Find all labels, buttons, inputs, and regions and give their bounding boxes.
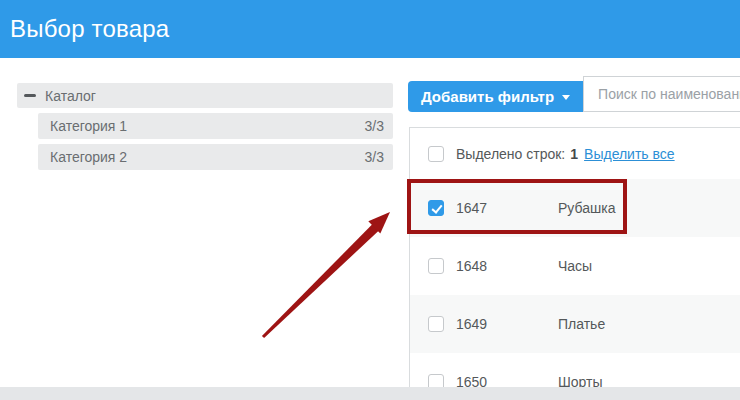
page-header: Выбор товара [0,0,740,58]
table-row[interactable]: 1649 Платье [410,295,740,353]
row-checkbox[interactable] [428,200,444,216]
row-name-cell: Платье [558,316,605,332]
row-name-cell: Рубашка [558,200,615,216]
tree-children: Категория 1 3/3 Категория 2 3/3 [38,113,393,170]
tree-node-category[interactable]: Категория 1 3/3 [38,113,393,139]
chevron-down-icon [562,95,570,100]
tree-node-label: Каталог [45,88,96,104]
selected-rows-label: Выделено строк: [456,146,565,162]
annotation-arrow-icon [250,200,400,345]
row-id-cell: 1649 [456,316,558,332]
category-label: Категория 1 [50,118,127,134]
tree-node-catalog[interactable]: Каталог [17,83,393,108]
product-table: Выделено строк: 1 Выделить все 1647 Руба… [409,127,740,400]
search-input[interactable] [583,76,740,112]
row-name-cell: Часы [558,258,592,274]
tree-node-category[interactable]: Категория 2 3/3 [38,144,393,170]
category-count: 3/3 [365,118,384,134]
row-checkbox[interactable] [428,316,444,332]
catalog-tree: Каталог Категория 1 3/3 Категория 2 3/3 [17,83,393,170]
select-all-link[interactable]: Выделить все [584,146,675,162]
select-all-checkbox[interactable] [428,146,444,162]
selected-rows-count: 1 [570,146,578,162]
category-label: Категория 2 [50,149,127,165]
row-id-cell: 1647 [456,200,558,216]
add-filter-label: Добавить фильтр [421,88,554,105]
table-header-row: Выделено строк: 1 Выделить все [410,128,740,179]
table-row[interactable]: 1648 Часы [410,237,740,295]
toolbar: Добавить фильтр [408,76,740,112]
add-filter-button[interactable]: Добавить фильтр [408,81,583,112]
table-body: 1647 Рубашка 1648 Часы 1649 Платье 1650 … [410,179,740,400]
category-count: 3/3 [365,149,384,165]
row-checkbox[interactable] [428,258,444,274]
collapse-minus-icon[interactable] [24,94,36,97]
page-title: Выбор товара [10,15,169,43]
window-bottom-bar [0,387,740,400]
table-row[interactable]: 1647 Рубашка [410,179,740,237]
row-id-cell: 1648 [456,258,558,274]
